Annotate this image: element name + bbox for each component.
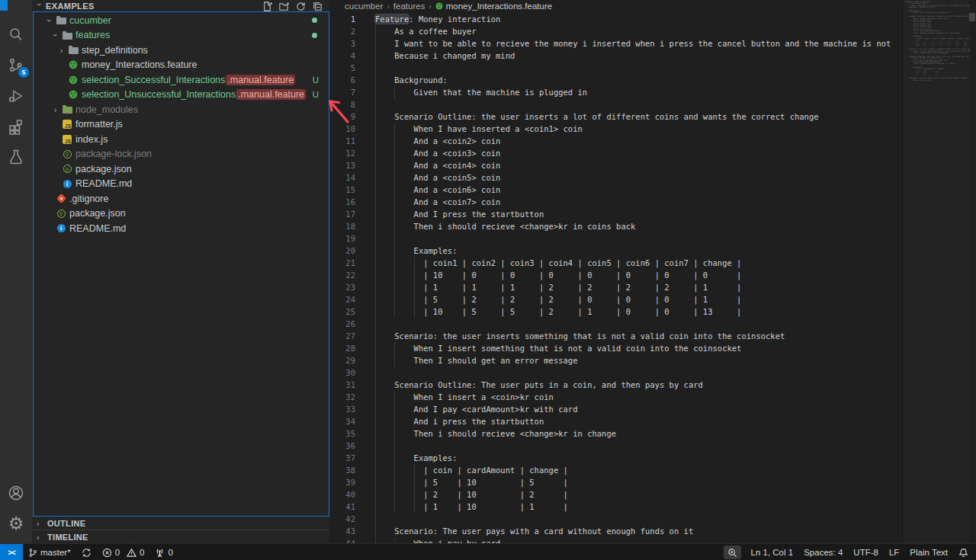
line-number[interactable]: 40 xyxy=(329,488,355,501)
line-number[interactable]: 12 xyxy=(329,147,355,159)
code-line[interactable]: 38 | coin | cardAmount | change | xyxy=(329,464,902,476)
line-number[interactable]: 4 xyxy=(329,50,355,62)
run-debug-icon[interactable] xyxy=(0,81,32,111)
code-line[interactable]: 32 When I insert a <coin>kr coin xyxy=(329,391,902,403)
line-number[interactable]: 7 xyxy=(329,86,355,98)
eol-setting[interactable]: LF xyxy=(884,544,904,560)
code-editor[interactable]: 1Feature: Money interaction2 As a coffee… xyxy=(329,13,902,543)
tree-item-step-definitions[interactable]: ›step_definitions xyxy=(32,43,329,58)
code-line[interactable]: 29 Then I should get an error message xyxy=(329,354,902,366)
code-line[interactable]: 42 xyxy=(329,513,902,525)
line-number[interactable]: 29 xyxy=(329,354,355,366)
breadcrumb-folder[interactable]: cucumber xyxy=(345,2,384,11)
code-line[interactable]: 13 And a <coin4> coin xyxy=(329,159,902,171)
line-number[interactable]: 24 xyxy=(329,293,355,306)
search-icon[interactable] xyxy=(0,20,32,50)
encoding-setting[interactable]: UTF-8 xyxy=(848,544,884,560)
line-number[interactable]: 11 xyxy=(329,135,355,147)
refresh-icon[interactable] xyxy=(295,1,307,12)
line-number[interactable]: 15 xyxy=(329,184,355,196)
code-line[interactable]: 44 When i pay by card xyxy=(329,537,902,543)
line-number[interactable]: 42 xyxy=(329,513,355,525)
timeline-section-header[interactable]: › TIMELINE xyxy=(32,530,329,544)
scrollbar-thumb[interactable] xyxy=(969,13,975,21)
line-number[interactable]: 10 xyxy=(329,123,355,135)
editor-scrollbar[interactable] xyxy=(968,0,976,543)
code-line[interactable]: 16 And a <coin7> coin xyxy=(329,196,902,208)
code-line[interactable]: 25 | 10 | 5 | 5 | 2 | 1 | 0 | 0 | 13 | xyxy=(329,306,902,318)
sync-indicator[interactable] xyxy=(76,544,97,560)
code-line[interactable]: 40 | 2 | 10 | 2 | xyxy=(329,488,902,501)
code-line[interactable]: 43 Scenario: The user pays with a card w… xyxy=(329,525,902,537)
remote-indicator[interactable]: >< xyxy=(0,544,23,560)
ports-indicator[interactable]: 0 xyxy=(149,544,178,560)
code-line[interactable]: 9 Scenario Outline: the user inserts a l… xyxy=(329,110,902,123)
code-line[interactable]: 5 xyxy=(329,62,902,74)
settings-gear-icon[interactable]: ⚙ xyxy=(0,508,32,539)
tree-item-readme-md[interactable]: iREADME.md xyxy=(32,177,329,192)
line-number[interactable]: 22 xyxy=(329,269,355,281)
line-number[interactable]: 30 xyxy=(329,366,355,379)
breadcrumb-folder[interactable]: features xyxy=(393,2,425,11)
code-line[interactable]: 11 And a <coin2> coin xyxy=(329,135,902,147)
tree-item-features[interactable]: ›features xyxy=(32,28,329,43)
code-line[interactable]: 17 And I press the startbutton xyxy=(329,208,902,220)
line-number[interactable]: 5 xyxy=(329,62,355,74)
indentation-setting[interactable]: Spaces: 4 xyxy=(798,544,848,560)
line-number[interactable]: 34 xyxy=(329,415,355,427)
account-icon[interactable] xyxy=(0,478,32,508)
branch-indicator[interactable]: master* xyxy=(23,544,76,560)
code-line[interactable]: 24 | 5 | 2 | 2 | 2 | 0 | 0 | 0 | 1 | xyxy=(329,293,902,306)
line-number[interactable]: 17 xyxy=(329,208,355,220)
outline-section-header[interactable]: › OUTLINE xyxy=(32,516,329,530)
code-line[interactable]: 19 xyxy=(329,232,902,245)
line-number[interactable]: 33 xyxy=(329,403,355,415)
code-line[interactable]: 20 Examples: xyxy=(329,245,902,257)
code-line[interactable]: 37 Examples: xyxy=(329,452,902,464)
line-number[interactable]: 16 xyxy=(329,196,355,208)
line-number[interactable]: 32 xyxy=(329,391,355,403)
line-number[interactable]: 13 xyxy=(329,159,355,171)
code-line[interactable]: 41 | 1 | 10 | 1 | xyxy=(329,501,902,513)
code-line[interactable]: 6 Background: xyxy=(329,74,902,86)
tree-item-readme-md[interactable]: iREADME.md xyxy=(32,221,329,236)
code-line[interactable]: 27 Scenario: the user inserts something … xyxy=(329,330,902,342)
code-line[interactable]: 4 Because i changed my mind xyxy=(329,50,902,62)
line-number[interactable]: 19 xyxy=(329,232,355,245)
cursor-position[interactable]: Ln 1, Col 1 xyxy=(746,544,799,560)
code-line[interactable]: 18 Then i should recieve <change>kr in c… xyxy=(329,220,902,232)
line-number[interactable]: 18 xyxy=(329,220,355,232)
code-line[interactable]: 14 And a <coin5> coin xyxy=(329,171,902,184)
line-number[interactable]: 8 xyxy=(329,98,355,110)
language-mode[interactable]: Plain Text xyxy=(904,544,953,560)
code-line[interactable]: 23 | 1 | 1 | 1 | 2 | 2 | 2 | 2 | 1 | xyxy=(329,281,902,293)
tree-item-formatter-js[interactable]: JSformatter.js xyxy=(32,117,329,133)
minimap[interactable]: Feature: Money interaction As a coffee b… xyxy=(902,0,970,543)
collapse-folders-icon[interactable] xyxy=(312,1,323,12)
code-line[interactable]: 3 I want to be able to recieve the money… xyxy=(329,37,902,50)
new-folder-icon[interactable] xyxy=(278,1,290,12)
code-line[interactable]: 1Feature: Money interaction xyxy=(329,13,902,25)
line-number[interactable]: 39 xyxy=(329,476,355,488)
line-number[interactable]: 2 xyxy=(329,25,355,37)
code-line[interactable]: 30 xyxy=(329,366,902,379)
code-line[interactable]: 22 | 10 | 0 | 0 | 0 | 0 | 0 | 0 | 0 | xyxy=(329,269,902,281)
line-number[interactable]: 26 xyxy=(329,318,355,330)
line-number[interactable]: 23 xyxy=(329,281,355,293)
code-line[interactable]: 28 When I insert something that is not a… xyxy=(329,342,902,354)
line-number[interactable]: 14 xyxy=(329,171,355,184)
line-number[interactable]: 3 xyxy=(329,37,355,50)
line-number[interactable]: 31 xyxy=(329,379,355,391)
code-line[interactable]: 15 And a <coin6> coin xyxy=(329,184,902,196)
line-number[interactable]: 38 xyxy=(329,464,355,476)
line-number[interactable]: 43 xyxy=(329,525,355,537)
tree-item-money-interactions-feature[interactable]: money_Interactions.feature xyxy=(32,58,329,73)
code-line[interactable]: 33 And I pay <cardAmount>kr with card xyxy=(329,403,902,415)
source-control-icon[interactable]: 5 xyxy=(0,50,32,81)
code-line[interactable]: 12 And a <coin3> coin xyxy=(329,147,902,159)
code-line[interactable]: 36 xyxy=(329,440,902,452)
code-line[interactable]: 21 | coin1 | coin2 | coin3 | coin4 | coi… xyxy=(329,257,902,269)
code-line[interactable]: 39 | 5 | 10 | 5 | xyxy=(329,476,902,488)
tree-item-package-json[interactable]: {}package.json xyxy=(32,162,329,177)
tree-item-package-json[interactable]: {}package.json xyxy=(32,206,329,222)
